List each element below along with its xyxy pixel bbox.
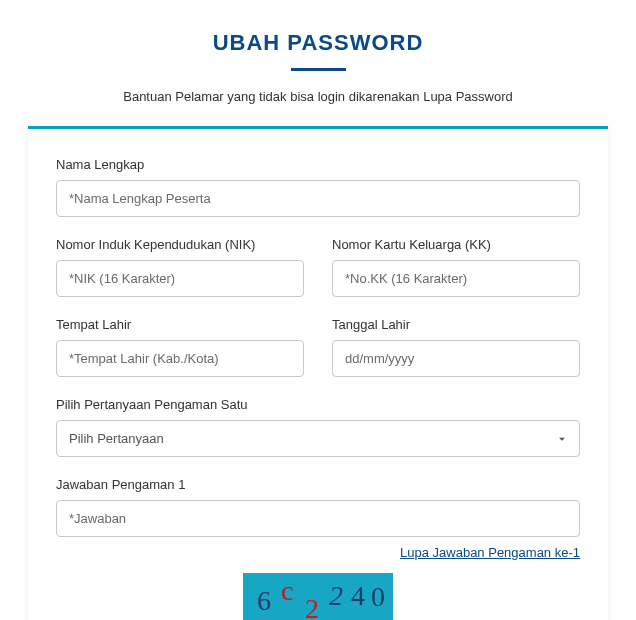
label-tempat: Tempat Lahir [56, 317, 304, 332]
input-kk[interactable] [332, 260, 580, 297]
captcha-char-2: c [281, 575, 293, 607]
captcha-container: 6 c 2 2 4 0 [56, 573, 580, 620]
label-pertanyaan: Pilih Pertanyaan Pengaman Satu [56, 397, 580, 412]
captcha-char-3: 2 [305, 593, 319, 620]
field-nik: Nomor Induk Kependudukan (NIK) [56, 237, 304, 297]
field-tanggal: Tanggal Lahir [332, 317, 580, 377]
captcha-char-5: 4 [351, 580, 365, 612]
label-jawaban: Jawaban Pengaman 1 [56, 477, 580, 492]
label-tanggal: Tanggal Lahir [332, 317, 580, 332]
field-nama: Nama Lengkap [56, 157, 580, 217]
input-tanggal[interactable] [332, 340, 580, 377]
form-card: Nama Lengkap Nomor Induk Kependudukan (N… [28, 126, 608, 620]
title-underline [291, 68, 346, 71]
captcha-char-4: 2 [329, 580, 343, 612]
page-subtitle: Bantuan Pelamar yang tidak bisa login di… [0, 89, 636, 104]
captcha-char-1: 6 [257, 585, 271, 617]
input-nama[interactable] [56, 180, 580, 217]
captcha-char-6: 0 [371, 581, 385, 613]
select-pertanyaan[interactable]: Pilih Pertanyaan [56, 420, 580, 457]
input-nik[interactable] [56, 260, 304, 297]
label-kk: Nomor Kartu Keluarga (KK) [332, 237, 580, 252]
page-title: UBAH PASSWORD [0, 30, 636, 56]
forgot-answer-link[interactable]: Lupa Jawaban Pengaman ke-1 [400, 545, 580, 560]
field-pertanyaan: Pilih Pertanyaan Pengaman Satu Pilih Per… [56, 397, 580, 457]
field-jawaban: Jawaban Pengaman 1 [56, 477, 580, 537]
input-tempat[interactable] [56, 340, 304, 377]
label-nik: Nomor Induk Kependudukan (NIK) [56, 237, 304, 252]
field-tempat: Tempat Lahir [56, 317, 304, 377]
label-nama: Nama Lengkap [56, 157, 580, 172]
link-row: Lupa Jawaban Pengaman ke-1 [56, 543, 580, 561]
captcha-image: 6 c 2 2 4 0 [243, 573, 393, 620]
input-jawaban[interactable] [56, 500, 580, 537]
field-kk: Nomor Kartu Keluarga (KK) [332, 237, 580, 297]
